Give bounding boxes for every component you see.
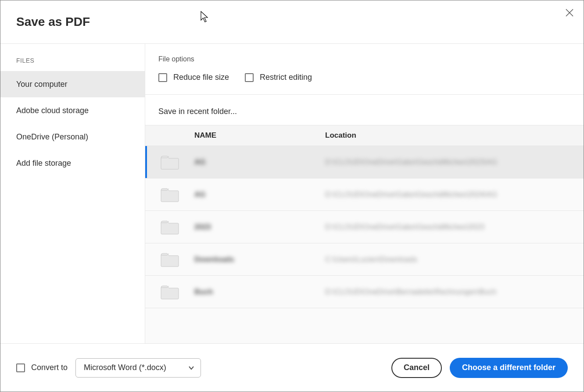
folder-name: AG bbox=[194, 190, 206, 199]
choose-different-folder-button[interactable]: Choose a different folder bbox=[450, 358, 568, 378]
column-name-header[interactable]: NAME bbox=[194, 131, 325, 140]
restrict-editing-checkbox[interactable]: Restrict editing bbox=[245, 73, 312, 82]
folder-icon bbox=[160, 284, 179, 300]
row-icon-cell bbox=[145, 284, 194, 300]
row-name-cell: 2023 bbox=[194, 223, 325, 232]
sidebar-item-label: Add file storage bbox=[16, 159, 71, 168]
recent-folder-header: Save in recent folder... bbox=[145, 95, 584, 125]
convert-to-label: Convert to bbox=[31, 363, 68, 372]
sidebar: FILES Your computer Adobe cloud storage … bbox=[0, 44, 145, 343]
save-as-pdf-dialog: Save as PDF FILES Your computer Adobe cl… bbox=[0, 0, 584, 392]
close-button[interactable] bbox=[563, 7, 576, 19]
folder-row[interactable]: DownloadsC:\Users\Lucien\Downloads bbox=[145, 243, 584, 276]
sidebar-item-your-computer[interactable]: Your computer bbox=[0, 71, 145, 97]
folder-location: C:\Users\Lucien\Downloads bbox=[325, 255, 417, 264]
file-options-label: File options bbox=[158, 55, 570, 63]
folder-icon bbox=[160, 187, 179, 203]
row-icon-cell bbox=[145, 219, 194, 235]
folder-location: D:\CLOUD\OneDrive\Gabo\Geschäftliches\20… bbox=[325, 190, 497, 199]
checkbox-label: Restrict editing bbox=[260, 73, 312, 82]
folder-row[interactable]: BuchD:\CLOUD\OneDrive\Bernadette\Rechnun… bbox=[145, 276, 584, 308]
row-location-cell: D:\CLOUD\OneDrive\Bernadette\Rechnungen\… bbox=[325, 288, 584, 296]
button-label: Cancel bbox=[404, 363, 430, 372]
dialog-header: Save as PDF bbox=[0, 0, 584, 44]
row-location-cell: D:\CLOUD\OneDrive\Gabo\Geschäftliches\20… bbox=[325, 158, 584, 167]
row-icon-cell bbox=[145, 154, 194, 170]
folder-icon bbox=[160, 252, 179, 267]
row-icon-cell bbox=[145, 252, 194, 267]
row-location-cell: C:\Users\Lucien\Downloads bbox=[325, 255, 584, 264]
dropdown-value: Microsoft Word (*.docx) bbox=[84, 363, 166, 372]
sidebar-item-label: OneDrive (Personal) bbox=[16, 132, 88, 142]
folder-icon bbox=[160, 154, 179, 170]
dialog-footer: Convert to Microsoft Word (*.docx) Cance… bbox=[0, 343, 584, 392]
folder-icon bbox=[160, 219, 179, 235]
checkbox-icon bbox=[158, 73, 167, 82]
folder-name: 2023 bbox=[194, 223, 211, 231]
chevron-down-icon bbox=[188, 365, 194, 371]
folder-location: D:\CLOUD\OneDrive\Gabo\Geschäftliches\20… bbox=[325, 158, 497, 166]
sidebar-item-onedrive[interactable]: OneDrive (Personal) bbox=[0, 124, 145, 150]
recent-folders-list: AGD:\CLOUD\OneDrive\Gabo\Geschäftliches\… bbox=[145, 146, 584, 343]
sidebar-section-label: FILES bbox=[0, 57, 145, 71]
dialog-body: FILES Your computer Adobe cloud storage … bbox=[0, 44, 584, 343]
folder-row[interactable]: 2023D:\CLOUD\OneDrive\Gabo\Geschäftliche… bbox=[145, 211, 584, 243]
row-location-cell: D:\CLOUD\OneDrive\Gabo\Geschäftliches\20… bbox=[325, 223, 584, 232]
convert-format-dropdown[interactable]: Microsoft Word (*.docx) bbox=[75, 358, 201, 378]
file-options-section: File options Reduce file size Restrict e… bbox=[145, 44, 584, 95]
sidebar-item-label: Your computer bbox=[16, 80, 67, 89]
reduce-file-size-checkbox[interactable]: Reduce file size bbox=[158, 73, 229, 82]
cancel-button[interactable]: Cancel bbox=[391, 358, 442, 378]
column-location-header[interactable]: Location bbox=[325, 131, 584, 140]
folder-row[interactable]: AGD:\CLOUD\OneDrive\Gabo\Geschäftliches\… bbox=[145, 178, 584, 211]
button-label: Choose a different folder bbox=[462, 363, 555, 372]
sidebar-item-label: Adobe cloud storage bbox=[16, 106, 89, 115]
folder-location: D:\CLOUD\OneDrive\Bernadette\Rechnungen\… bbox=[325, 288, 496, 296]
sidebar-item-add-storage[interactable]: Add file storage bbox=[0, 150, 145, 176]
row-name-cell: AG bbox=[194, 158, 325, 167]
sidebar-item-adobe-cloud[interactable]: Adobe cloud storage bbox=[0, 97, 145, 124]
checkbox-icon bbox=[245, 73, 254, 82]
row-icon-cell bbox=[145, 187, 194, 203]
close-icon bbox=[566, 9, 573, 17]
row-name-cell: Buch bbox=[194, 288, 325, 296]
folder-name: AG bbox=[194, 158, 206, 166]
table-header: NAME Location bbox=[145, 125, 584, 146]
folder-location: D:\CLOUD\OneDrive\Gabo\Geschäftliches\20… bbox=[325, 223, 484, 231]
folder-name: Buch bbox=[194, 288, 213, 296]
dialog-title: Save as PDF bbox=[16, 15, 90, 29]
main-panel: File options Reduce file size Restrict e… bbox=[145, 44, 584, 343]
checkbox-label: Reduce file size bbox=[173, 73, 229, 82]
file-options-row: Reduce file size Restrict editing bbox=[158, 73, 570, 82]
folder-row[interactable]: AGD:\CLOUD\OneDrive\Gabo\Geschäftliches\… bbox=[145, 146, 584, 178]
folder-name: Downloads bbox=[194, 255, 234, 264]
convert-to-checkbox[interactable]: Convert to bbox=[16, 363, 68, 372]
row-name-cell: Downloads bbox=[194, 255, 325, 264]
cursor-icon bbox=[201, 11, 209, 23]
row-location-cell: D:\CLOUD\OneDrive\Gabo\Geschäftliches\20… bbox=[325, 190, 584, 199]
checkbox-icon bbox=[16, 363, 25, 372]
row-name-cell: AG bbox=[194, 190, 325, 199]
